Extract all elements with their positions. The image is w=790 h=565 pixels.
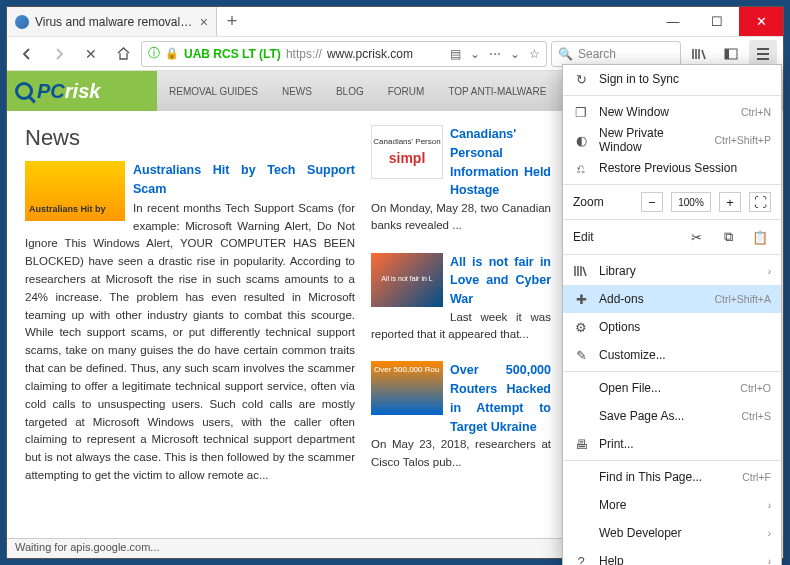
hamburger-menu: ↻ Sign in to Sync ❐ New Window Ctrl+N ◐ …	[562, 64, 782, 565]
zoom-in-button[interactable]: +	[719, 192, 741, 212]
article-thumb[interactable]: Over 500,000 Rou	[371, 361, 443, 415]
paste-button[interactable]: 📋	[749, 230, 771, 245]
titlebar: Virus and malware removal ins × + — ☐ ✕	[7, 7, 783, 37]
article-title[interactable]: Canadians' Personal Information Held Hos…	[450, 127, 551, 197]
menu-new-window[interactable]: ❐ New Window Ctrl+N	[563, 98, 781, 126]
menu-find[interactable]: Find in This Page... Ctrl+F	[563, 463, 781, 491]
maximize-button[interactable]: ☐	[695, 7, 739, 36]
new-tab-button[interactable]: +	[217, 7, 247, 36]
search-icon: 🔍	[558, 47, 573, 61]
article-title[interactable]: All is not fair in Love and Cyber War	[450, 255, 551, 307]
tab-title: Virus and malware removal ins	[35, 15, 194, 29]
stop-reload-button[interactable]: ✕	[77, 40, 105, 68]
cut-button[interactable]: ✂	[685, 230, 707, 245]
menu-new-private[interactable]: ◐ New Private Window Ctrl+Shift+P	[563, 126, 781, 154]
close-window-button[interactable]: ✕	[739, 7, 783, 36]
menu-web-developer[interactable]: Web Developer ›	[563, 519, 781, 547]
menu-help[interactable]: ? Help ›	[563, 547, 781, 565]
lock-icon: 🔒	[165, 47, 179, 60]
nav-item[interactable]: BLOG	[324, 71, 376, 111]
search-placeholder: Search	[578, 47, 616, 61]
url-actions: ▤ ⌄ ⋯ ⌄ ☆	[450, 47, 540, 61]
column-left: News Australians Hit by Australians Hit …	[25, 125, 355, 489]
sync-icon: ↻	[573, 72, 589, 87]
url-protocol: https://	[286, 47, 322, 61]
print-icon: 🖶	[573, 437, 589, 452]
article-item: Over 500,000 Rou Over 500,000 Routers Ha…	[371, 361, 551, 471]
more-actions-icon[interactable]: ⋯	[489, 47, 501, 61]
menu-addons[interactable]: ✚ Add-ons Ctrl+Shift+A	[563, 285, 781, 313]
article-main: Australians Hit by Australians Hit by Te…	[25, 161, 355, 485]
chevron-right-icon: ›	[768, 556, 771, 566]
copy-button[interactable]: ⧉	[717, 229, 739, 245]
chevron-right-icon: ›	[768, 266, 771, 277]
menu-more[interactable]: More ›	[563, 491, 781, 519]
back-button[interactable]	[13, 40, 41, 68]
url-host: www.pcrisk.com	[327, 47, 413, 61]
magnifier-icon	[15, 82, 33, 100]
minimize-button[interactable]: —	[651, 7, 695, 36]
chevron-right-icon: ›	[768, 528, 771, 539]
info-icon[interactable]: ⓘ	[148, 45, 160, 62]
nav-item[interactable]: FORUM	[376, 71, 437, 111]
article-item: Canadians' Person simpl Canadians' Perso…	[371, 125, 551, 235]
svg-rect-1	[725, 49, 729, 59]
restore-icon: ⎌	[573, 161, 589, 176]
article-body: On Monday, May 28, two Canadian banks re…	[371, 202, 551, 231]
mask-icon: ◐	[573, 133, 589, 148]
menu-sign-in[interactable]: ↻ Sign in to Sync	[563, 65, 781, 93]
addons-icon: ✚	[573, 292, 589, 307]
reader-icon[interactable]: ▤	[450, 47, 461, 61]
history-dropdown-icon[interactable]: ⌄	[470, 47, 480, 61]
nav-item[interactable]: REMOVAL GUIDES	[157, 71, 270, 111]
article-body: Last week it was reported that it appear…	[371, 311, 551, 340]
window-icon: ❐	[573, 105, 589, 120]
article-item: All is not fair in L All is not fair in …	[371, 253, 551, 344]
url-bar[interactable]: ⓘ 🔒 UAB RCS LT (LT) https://www.pcrisk.c…	[141, 41, 547, 67]
fullscreen-button[interactable]: ⛶	[749, 192, 771, 212]
close-tab-icon[interactable]: ×	[200, 14, 208, 30]
home-button[interactable]	[109, 40, 137, 68]
cert-org: UAB RCS LT (LT)	[184, 47, 281, 61]
menu-options[interactable]: ⚙ Options	[563, 313, 781, 341]
article-thumb[interactable]: All is not fair in L	[371, 253, 443, 307]
nav-item[interactable]: TOP ANTI-MALWARE	[436, 71, 558, 111]
zoom-out-button[interactable]: −	[641, 192, 663, 212]
window-controls: — ☐ ✕	[651, 7, 783, 36]
bookmark-star-icon[interactable]: ☆	[529, 47, 540, 61]
chevron-right-icon: ›	[768, 500, 771, 511]
site-logo[interactable]: PCrisk	[7, 71, 157, 111]
article-body: In recent months Tech Support Scams (for…	[25, 202, 355, 481]
article-thumb[interactable]: Australians Hit by	[25, 161, 125, 221]
zoom-value: 100%	[671, 192, 711, 212]
paint-icon: ✎	[573, 348, 589, 363]
pocket-icon[interactable]: ⌄	[510, 47, 520, 61]
browser-tab[interactable]: Virus and malware removal ins ×	[7, 7, 217, 36]
menu-edit: Edit ✂ ⧉ 📋	[563, 222, 781, 252]
library-icon	[573, 265, 589, 277]
article-title[interactable]: Over 500,000 Routers Hacked in Attempt t…	[450, 363, 551, 433]
menu-save-page[interactable]: Save Page As... Ctrl+S	[563, 402, 781, 430]
menu-library[interactable]: Library ›	[563, 257, 781, 285]
help-icon: ?	[573, 554, 589, 566]
gear-icon: ⚙	[573, 320, 589, 335]
nav-item[interactable]: NEWS	[270, 71, 324, 111]
article-title[interactable]: Australians Hit by Tech Support Scam	[133, 163, 355, 196]
article-body: On May 23, 2018, researchers at Cisco Ta…	[371, 438, 551, 467]
menu-restore-session[interactable]: ⎌ Restore Previous Session	[563, 154, 781, 182]
article-thumb[interactable]: Canadians' Person simpl	[371, 125, 443, 179]
favicon-icon	[15, 15, 29, 29]
search-bar[interactable]: 🔍 Search	[551, 41, 681, 67]
forward-button[interactable]	[45, 40, 73, 68]
news-heading: News	[25, 125, 355, 151]
menu-zoom: Zoom − 100% + ⛶	[563, 187, 781, 217]
column-middle: Canadians' Person simpl Canadians' Perso…	[371, 125, 551, 489]
menu-print[interactable]: 🖶 Print...	[563, 430, 781, 458]
menu-customize[interactable]: ✎ Customize...	[563, 341, 781, 369]
menu-open-file[interactable]: Open File... Ctrl+O	[563, 374, 781, 402]
